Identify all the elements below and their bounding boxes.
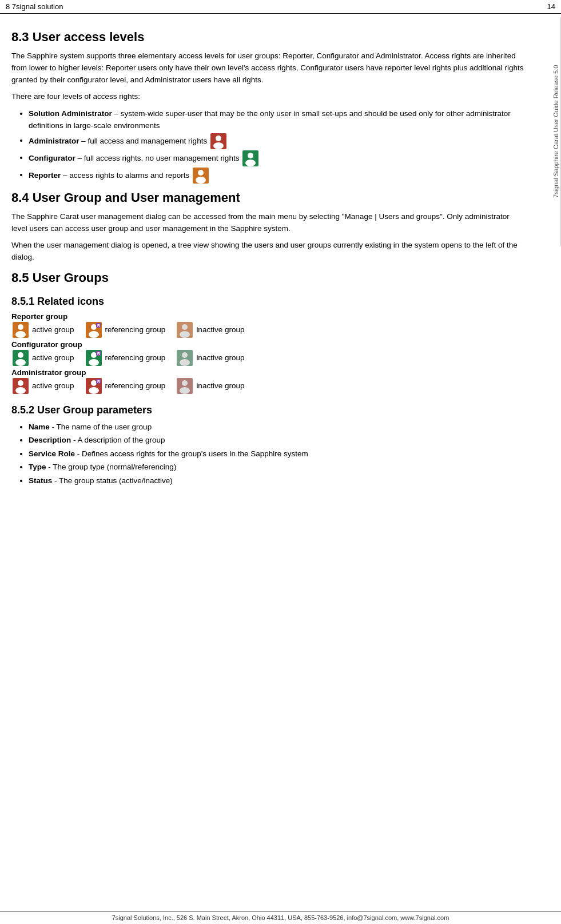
section-83-intro: The Sapphire system supports three eleme…	[11, 50, 526, 86]
footer: 7signal Solutions, Inc., 526 S. Main Str…	[0, 911, 561, 924]
list-item-rest-reporter: – access rights to alarms and reports	[61, 170, 192, 179]
reporter-referencing-icon: R	[86, 322, 102, 338]
svg-point-13	[91, 324, 97, 330]
list-item-administrator: Administrator – full access and manageme…	[29, 133, 526, 149]
svg-point-1	[216, 136, 221, 141]
list-item-solution-admin: Solution Administrator – system-wide sup…	[29, 107, 526, 132]
configurator-active-label: active group	[32, 353, 74, 362]
section-83-four-levels: There are four levels of access rights:	[11, 91, 526, 103]
svg-point-2	[213, 142, 224, 149]
svg-point-7	[198, 170, 204, 176]
svg-point-4	[248, 153, 253, 158]
section-83-list: Solution Administrator – system-wide sup…	[29, 107, 526, 184]
administrator-group-row: active group R referencing group	[11, 378, 526, 394]
configurator-active-group: active group	[11, 350, 74, 366]
svg-point-40	[182, 380, 188, 386]
svg-point-36	[89, 387, 99, 394]
configurator-icon	[242, 150, 258, 166]
svg-point-41	[180, 387, 190, 394]
svg-point-14	[89, 331, 99, 338]
reporter-icon	[193, 168, 209, 184]
param-service-role-bold: Service Role	[29, 449, 75, 458]
svg-point-30	[180, 359, 190, 366]
section-84-para2: When the user management dialog is opene…	[11, 240, 526, 264]
configurator-group-row: active group R referencing group	[11, 350, 526, 366]
param-type: Type - The group type (normal/referencin…	[29, 461, 526, 473]
section-852-list: Name - The name of the user group Descri…	[29, 421, 526, 487]
svg-point-5	[245, 160, 256, 166]
svg-point-29	[182, 352, 188, 358]
reporter-inactive-icon	[177, 322, 193, 338]
svg-point-32	[18, 380, 23, 386]
reporter-group-label: Reporter group	[11, 312, 526, 321]
admin-referencing-group: R referencing group	[85, 378, 166, 394]
side-label: 7signal Sapphire Carat User Guide Releas…	[550, 17, 561, 246]
list-item-rest-administrator: – full access and management rights	[79, 136, 209, 145]
admin-inactive-group: inactive group	[176, 378, 244, 394]
configurator-referencing-icon: R	[86, 350, 102, 366]
list-item-reporter: Reporter – access rights to alarms and r…	[29, 168, 526, 184]
svg-point-21	[18, 352, 23, 358]
param-name: Name - The name of the user group	[29, 421, 526, 433]
reporter-group-row: active group R referencing group	[11, 322, 526, 338]
param-name-bold: Name	[29, 423, 50, 431]
configurator-inactive-icon	[177, 350, 193, 366]
param-status-rest: - The group status (active/inactive)	[52, 476, 173, 485]
administrator-icon	[210, 133, 226, 149]
admin-inactive-icon	[177, 378, 193, 394]
param-description: Description - A description of the group	[29, 434, 526, 447]
page-container: 8 7signal solution 14 7signal Sapphire C…	[0, 0, 561, 924]
list-item-bold-solution-admin: Solution Administrator	[29, 109, 112, 118]
reporter-referencing-group: R referencing group	[85, 322, 166, 338]
param-type-bold: Type	[29, 463, 46, 471]
section-852-title: 8.5.2 User Group parameters	[11, 404, 526, 416]
section-85-title: 8.5 User Groups	[11, 270, 526, 285]
param-status: Status - The group status (active/inacti…	[29, 475, 526, 487]
svg-point-18	[182, 324, 188, 330]
svg-point-33	[15, 387, 26, 394]
svg-point-24	[91, 352, 97, 358]
svg-point-10	[18, 324, 23, 330]
header-bar: 8 7signal solution 14	[0, 0, 561, 14]
admin-active-label: active group	[32, 381, 74, 390]
list-item-bold-configurator: Configurator	[29, 153, 75, 162]
reporter-active-group: active group	[11, 322, 74, 338]
header-right: 14	[547, 2, 555, 11]
param-description-rest: - A description of the group	[71, 436, 165, 444]
list-item-bold-administrator: Administrator	[29, 136, 79, 145]
admin-active-icon	[13, 378, 29, 394]
section-83-title: 8.3 User access levels	[11, 30, 526, 45]
admin-referencing-label: referencing group	[105, 381, 166, 390]
svg-point-22	[15, 359, 26, 366]
administrator-group-label: Administrator group	[11, 368, 526, 377]
param-name-rest: - The name of the user group	[50, 423, 152, 431]
param-status-bold: Status	[29, 476, 52, 485]
configurator-referencing-label: referencing group	[105, 353, 166, 362]
section-851-title: 8.5.1 Related icons	[11, 296, 526, 308]
admin-referencing-icon: R	[86, 378, 102, 394]
list-item-bold-reporter: Reporter	[29, 170, 61, 179]
svg-point-11	[15, 331, 26, 338]
svg-point-35	[91, 380, 97, 386]
svg-point-19	[180, 331, 190, 338]
reporter-inactive-label: inactive group	[196, 325, 244, 334]
param-type-rest: - The group type (normal/referencing)	[46, 463, 177, 471]
section-84-title: 8.4 User Group and User management	[11, 190, 526, 205]
svg-text:R: R	[97, 352, 100, 356]
list-item-rest-configurator: – full access rights, no user management…	[75, 153, 241, 162]
admin-inactive-label: inactive group	[196, 381, 244, 390]
svg-point-25	[89, 359, 99, 366]
param-description-bold: Description	[29, 436, 71, 444]
footer-text: 7signal Solutions, Inc., 526 S. Main Str…	[112, 914, 449, 921]
admin-active-group: active group	[11, 378, 74, 394]
reporter-active-icon	[13, 322, 29, 338]
section-84-para1: The Sapphire Carat user management dialo…	[11, 211, 526, 235]
main-content: 8.3 User access levels The Sapphire syst…	[0, 14, 548, 503]
svg-point-8	[196, 177, 206, 184]
reporter-referencing-label: referencing group	[105, 325, 166, 334]
configurator-group-label: Configurator group	[11, 340, 526, 349]
reporter-active-label: active group	[32, 325, 74, 334]
header-left: 8 7signal solution	[6, 2, 63, 11]
configurator-inactive-group: inactive group	[176, 350, 244, 366]
param-service-role-rest: - Defines access rights for the group's …	[75, 449, 308, 458]
